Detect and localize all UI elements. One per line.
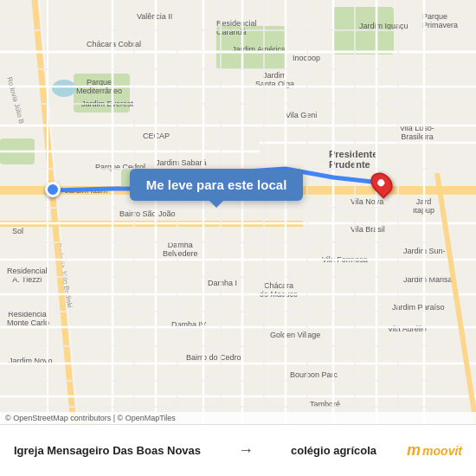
origin-label: Igreja Mensageiro Das Boas Novas: [14, 444, 201, 457]
map-attribution: © OpenStreetMap contributors | © OpenMap…: [0, 412, 476, 424]
origin-marker: [45, 182, 61, 197]
navigate-tooltip[interactable]: Me leve para este local: [130, 169, 303, 201]
park-area-2: [216, 26, 286, 69]
arrow-icon: →: [238, 441, 254, 460]
park-area-3: [333, 7, 394, 55]
water-lake: [52, 80, 76, 97]
park-area-5: [0, 138, 35, 164]
park-area: [74, 74, 130, 113]
destination-label: colégio agrícola: [291, 444, 376, 457]
map-container: Valência II Chácara Cobral ParqueMediter…: [0, 0, 476, 424]
destination-marker: [372, 171, 391, 196]
moovit-logo: m moovit: [407, 441, 462, 460]
bottom-bar: Igreja Mensageiro Das Boas Novas → colég…: [0, 424, 476, 476]
road-h-main-2: [0, 221, 303, 227]
